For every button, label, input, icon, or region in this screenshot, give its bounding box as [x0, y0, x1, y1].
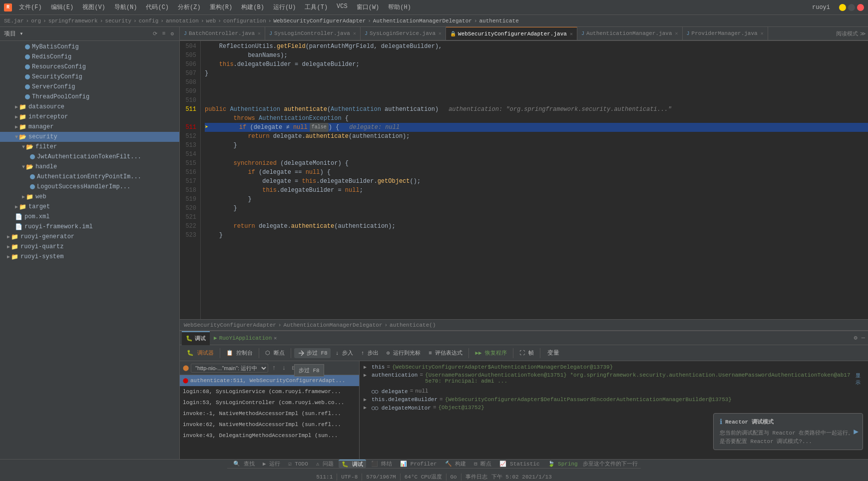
- tree-item-interceptor[interactable]: ▶ 📁 interceptor: [0, 112, 179, 122]
- tree-item-authentry[interactable]: AuthenticationEntryPointIm...: [0, 172, 179, 182]
- menu-navigate[interactable]: 导航(N): [110, 2, 141, 12]
- close-authmanager-tab[interactable]: ✕: [675, 30, 678, 36]
- statusbar-build[interactable]: 🔨 构建: [442, 460, 469, 468]
- tree-item-jwtfilter[interactable]: JwtAuthenticationTokenFilt...: [0, 152, 179, 162]
- run-cursor-button[interactable]: ⊙ 运行到光标: [384, 348, 424, 358]
- frame-item-1[interactable]: login:68, SysLoginService (com.ruoyi.fra…: [180, 386, 359, 397]
- frame-item-3[interactable]: invoke:-1, NativeMethodAccessorImpl (sun…: [180, 408, 359, 419]
- step-out-button[interactable]: ↑ 步出: [358, 348, 382, 358]
- encoding[interactable]: UTF-8: [341, 474, 358, 480]
- step-over-button[interactable]: 步过 F8 步过 F8: [294, 348, 331, 358]
- tree-item-threadpoolconfig[interactable]: ThreadPoolConfig: [0, 92, 179, 102]
- frames-button[interactable]: ⛶ 帧: [516, 348, 537, 358]
- breadcrumb-web[interactable]: web: [206, 18, 216, 24]
- menu-vcs[interactable]: VCS: [333, 2, 352, 12]
- close-providermanager-tab[interactable]: ✕: [761, 30, 764, 36]
- breadcrumb-org[interactable]: org: [31, 18, 41, 24]
- tab-batchcontroller[interactable]: J BatchController.java ✕: [180, 27, 265, 40]
- statusbar-find[interactable]: 🔍 查找: [230, 460, 258, 468]
- breakpoints-button[interactable]: ⬡ 断点: [262, 348, 288, 358]
- code-content[interactable]: ReflectionUtils.getField(parentAuthMgrFi…: [201, 41, 868, 319]
- resume-button[interactable]: ▶▶ 恢复程序: [472, 348, 510, 358]
- tree-item-security[interactable]: ▼ 📂 security: [0, 132, 179, 142]
- breadcrumb-config[interactable]: config: [139, 18, 159, 24]
- tab-debug[interactable]: 🐛 调试: [182, 331, 210, 345]
- step-into-button[interactable]: ↓ 步入: [333, 348, 356, 358]
- debugger-button[interactable]: 🐛 调试器: [184, 348, 217, 358]
- frame-item-0[interactable]: ⬤ authenticate:511, WebSecurityConfigure…: [180, 375, 359, 386]
- tree-item-system[interactable]: ▶ 📁 ruoyi-system: [0, 252, 179, 262]
- frame-item-2[interactable]: login:53, SysLoginController (com.ruoyi.…: [180, 397, 359, 408]
- popup-next-icon[interactable]: ▶: [854, 427, 859, 437]
- sidebar-sync-icon[interactable]: ⟳: [151, 30, 159, 37]
- menu-window[interactable]: 窗口(W): [353, 2, 384, 12]
- statusbar-spring[interactable]: 🍃 Spring: [545, 461, 581, 467]
- tab-overflow-icon[interactable]: ≫: [860, 30, 866, 37]
- var-delegatemonitor[interactable]: ▶ ◯◯ delegateMonitor = {Object@13752}: [360, 404, 868, 412]
- tree-item-iml[interactable]: 📄 ruoyi-framework.iml: [0, 222, 179, 232]
- thread-select[interactable]: "http-nio-..."main": 运行中: [191, 364, 268, 373]
- tree-item-securityconfig[interactable]: SecurityConfig: [0, 72, 179, 82]
- breadcrumb-configuration[interactable]: configuration: [223, 18, 266, 24]
- statusbar-profiler[interactable]: 📊 Profiler: [397, 461, 439, 467]
- menu-build[interactable]: 构建(B): [237, 2, 268, 12]
- tree-item-resourcesconfig[interactable]: ResourcesConfig: [0, 62, 179, 72]
- tree-item-generator[interactable]: ▶ 📁 ruoyi-generator: [0, 232, 179, 242]
- var-delegate[interactable]: ▶ ◯◯ delegate = null: [360, 387, 868, 396]
- statusbar-todo[interactable]: ☑ TODO: [285, 461, 311, 467]
- breadcrumb-annotation[interactable]: annotation: [166, 18, 199, 24]
- cursor-position[interactable]: 511:1: [316, 474, 333, 480]
- menu-view[interactable]: 视图(V): [78, 2, 109, 12]
- var-authentication[interactable]: ▶ authentication = {UsernamePasswordAuth…: [360, 371, 868, 387]
- tree-item-pomxml[interactable]: 📄 pom.xml: [0, 212, 179, 222]
- breadcrumb-security[interactable]: security: [105, 18, 131, 24]
- tab-websecurity[interactable]: 🔒 WebSecurityConfigurerAdapter.java ✕: [446, 27, 577, 40]
- settings-icon[interactable]: ⚙: [853, 333, 859, 343]
- minimize-panel-icon[interactable]: —: [861, 334, 866, 343]
- statusbar-debug[interactable]: 🐛 调试: [339, 460, 366, 468]
- code-area[interactable]: 504 505 506 507 508 509 510 511 511 512 …: [180, 41, 868, 319]
- menu-refactor[interactable]: 重构(R): [206, 2, 237, 12]
- statusbar-statistic[interactable]: 📈 Statistic: [496, 461, 542, 467]
- console-button[interactable]: 📋 控制台: [223, 348, 256, 358]
- tree-item-serverconfig[interactable]: ServerConfig: [0, 82, 179, 92]
- evaluate-button[interactable]: ≡ 评估表达式: [426, 348, 465, 358]
- frame-down-icon[interactable]: ↓: [280, 363, 288, 373]
- breadcrumb-authenticate[interactable]: authenticate: [479, 18, 519, 24]
- minimize-button[interactable]: [839, 4, 846, 11]
- frame-up-icon[interactable]: ↑: [270, 363, 278, 373]
- tree-item-manager[interactable]: ▶ 📁 manager: [0, 122, 179, 132]
- breadcrumb-springframework[interactable]: springframework: [48, 18, 98, 24]
- var-delegatebuilder[interactable]: ▶ this.delegateBuilder = {WebSecurityCon…: [360, 396, 868, 404]
- menu-tools[interactable]: 工具(T): [301, 2, 332, 12]
- menu-edit[interactable]: 编辑(E): [47, 2, 78, 12]
- statusbar-terminate[interactable]: ⬛ 终结: [368, 460, 396, 468]
- menu-file[interactable]: 文件(F): [15, 2, 46, 12]
- frame-item-5[interactable]: invoke:43, DelegatingMethodAccessorImpl …: [180, 430, 359, 441]
- show-more-link[interactable]: 显示: [856, 372, 864, 386]
- tree-item-quartz[interactable]: ▶ 📁 ruoyi-quartz: [0, 242, 179, 252]
- menu-help[interactable]: 帮助(H): [384, 2, 415, 12]
- tab-providermanager[interactable]: J ProviderManager.java ✕: [683, 27, 768, 40]
- tab-ruoyiapp[interactable]: ▶ RuoYiApplication ✕: [210, 331, 281, 345]
- breadcrumb-websecurity-label[interactable]: WebSecurityConfigurerAdapter: [184, 322, 276, 328]
- sidebar-collapse-icon[interactable]: ≡: [161, 30, 167, 37]
- tab-syslogincontroller[interactable]: J SysLoginController.java ✕: [265, 27, 361, 40]
- menu-run[interactable]: 运行(U): [269, 2, 300, 12]
- menu-code[interactable]: 代码(C): [142, 2, 173, 12]
- breadcrumb-auth-method[interactable]: authenticate(): [390, 322, 435, 328]
- close-websecurity-tab[interactable]: ✕: [570, 31, 573, 37]
- sidebar-settings-icon[interactable]: ⚙: [169, 30, 175, 37]
- frame-item-4[interactable]: invoke:62, NativeMethodAccessorImpl (sun…: [180, 419, 359, 430]
- breadcrumb-authmgr-label[interactable]: AuthenticationManagerDelegator: [283, 322, 382, 328]
- tree-item-web[interactable]: ▶ 📁 web: [0, 192, 179, 202]
- statusbar-breakpoints[interactable]: ⊟ 断点: [471, 460, 494, 468]
- statusbar-issues[interactable]: ⚠ 问题: [313, 460, 337, 468]
- tree-item-redisconfig[interactable]: RedisConfig: [0, 52, 179, 62]
- breadcrumb-sejar[interactable]: SE.jar: [4, 18, 24, 24]
- memory-indicator[interactable]: 579/1967M: [366, 474, 396, 480]
- var-this[interactable]: ▶ this = {WebSecurityConfigurerAdapter$A…: [360, 363, 868, 371]
- tab-authmanager[interactable]: J AuthenticationManager.java ✕: [577, 27, 683, 40]
- breadcrumb-websecurity[interactable]: WebSecurityConfigurerAdapter: [273, 18, 366, 24]
- close-syslogincontroller-tab[interactable]: ✕: [353, 30, 356, 36]
